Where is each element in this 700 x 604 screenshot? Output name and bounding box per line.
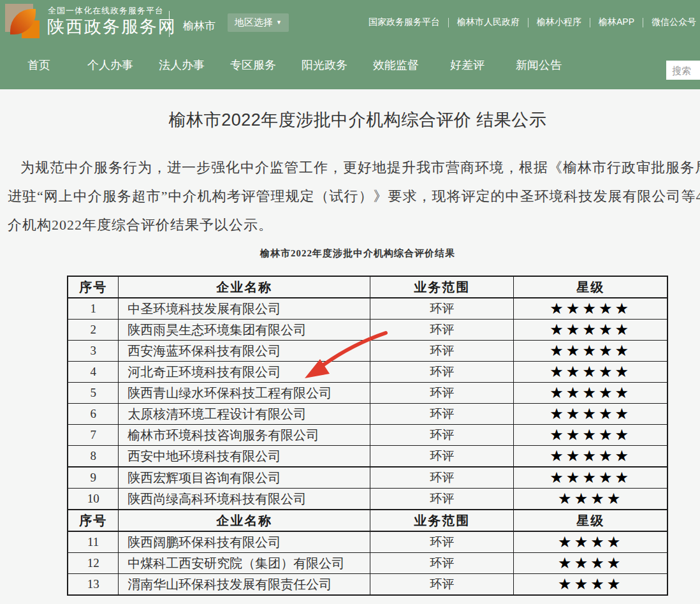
star-rating: ★★★★★ (514, 425, 667, 446)
site-name: 陕西政务服务网 (47, 15, 177, 38)
paragraph-line: 为规范中介服务行为，进一步强化中介监管工作，更好地提升我市营商环境，根据《榆林市… (8, 153, 700, 182)
table-row: 9 陕西宏辉项目咨询有限公司 环评 ★★★★★ (68, 467, 667, 489)
table-caption: 榆林市2022年度涉批中介机构综合评价结果 (0, 247, 700, 260)
star-rating: ★★★★★ (514, 298, 667, 320)
table-row: 6 太原核清环境工程设计有限公司 环评 ★★★★★ (68, 404, 667, 425)
business-scope: 环评 (370, 404, 514, 425)
top-link-mini-program[interactable]: 榆林小程序 (529, 17, 590, 28)
article: 榆林市2022年度涉批中介机构综合评价 结果公示 为规范中介服务行为，进一步强化… (0, 89, 700, 604)
company-name: 陕西宏辉项目咨询有限公司 (119, 467, 370, 489)
business-scope: 环评 (370, 425, 514, 446)
top-link-national-platform[interactable]: 国家政务服务平台 (368, 17, 448, 28)
company-name: 陕西尚绿高科环境科技有限公司 (119, 489, 370, 510)
header-cell-company: 企业名称 (119, 276, 370, 298)
nav-item-personal-affairs[interactable]: 个人办事 (75, 57, 146, 73)
nav-item-news[interactable]: 新闻公告 (503, 57, 574, 73)
row-number: 9 (68, 467, 119, 489)
region-selector-label: 地区选择 (235, 17, 273, 27)
table-row: 11 陕西阔鹏环保科技有限公司 环评 ★★★★ (68, 531, 667, 553)
row-number: 5 (68, 383, 119, 404)
star-rating: ★★★★★ (514, 341, 667, 362)
row-number: 2 (68, 320, 119, 341)
company-name: 中圣环境科技发展有限公司 (119, 298, 370, 320)
row-number: 12 (68, 553, 119, 574)
row-number: 7 (68, 425, 119, 446)
row-number: 11 (68, 531, 119, 553)
star-rating: ★★★★★ (514, 404, 667, 425)
row-number: 3 (68, 341, 119, 362)
paragraph-line: 进驻“网上中介服务超市”中介机构考评管理规定（试行）》要求，现将评定的中圣环境科… (8, 182, 700, 210)
company-name: 太原核清环境工程设计有限公司 (119, 404, 370, 425)
nav-item-efficiency-supervision[interactable]: 效能监督 (360, 57, 432, 73)
header-cell-no: 序号 (68, 276, 119, 298)
company-name: 陕西阔鹏环保科技有限公司 (119, 531, 370, 553)
brand-divider (169, 11, 170, 37)
nav-item-zone-services[interactable]: 专区服务 (217, 57, 289, 73)
page: 全国一体化在线政务服务平台 陕西政务服务网 榆林市 地区选择▼ 国家政务服务平台… (0, 0, 700, 604)
current-city: 榆林市 (183, 18, 215, 33)
nav-item-rating[interactable]: 好差评 (432, 57, 503, 73)
header-cell-scope: 业务范围 (370, 276, 514, 298)
table-row: 13 渭南华山环保科技发展有限责任公司 环评 ★★★★ (68, 574, 667, 596)
business-scope: 环评 (370, 298, 514, 320)
business-scope: 环评 (370, 446, 514, 468)
row-number: 10 (68, 489, 119, 510)
row-number: 1 (68, 298, 119, 320)
evaluation-table: 序号 企业名称 业务范围 星级 1 中圣环境科技发展有限公司 环评 ★★★★★ … (67, 276, 668, 596)
company-name: 渭南华山环保科技发展有限责任公司 (119, 574, 370, 596)
annotation-arrow-icon (281, 325, 395, 386)
table-header-row: 序号 企业名称 业务范围 星级 (68, 510, 667, 531)
article-paragraph: 为规范中介服务行为，进一步强化中介监管工作，更好地提升我市营商环境，根据《榆林市… (8, 153, 700, 239)
row-number: 4 (68, 362, 119, 383)
top-link-city-government[interactable]: 榆林市人民政府 (449, 17, 528, 28)
table-header-row: 序号 企业名称 业务范围 星级 (68, 276, 667, 298)
region-selector-button[interactable]: 地区选择▼ (228, 13, 289, 32)
business-scope: 环评 (370, 553, 514, 574)
main-nav: 首页 个人办事 法人办事 专区服务 阳光政务 效能监督 好差评 新闻公告 (3, 57, 574, 73)
top-link-wechat[interactable]: 微信公众号 (643, 17, 700, 28)
table-row: 8 西安中地环境科技有限公司 环评 ★★★★★ (68, 446, 667, 468)
row-number: 8 (68, 446, 119, 468)
header-cell-company: 企业名称 (119, 510, 370, 531)
site-header: 全国一体化在线政务服务平台 陕西政务服务网 榆林市 地区选择▼ 国家政务服务平台… (0, 0, 700, 89)
business-scope: 环评 (370, 574, 514, 596)
table-row: 12 中煤科工西安研究院（集团）有限公司 环评 ★★★★ (68, 553, 667, 574)
paragraph-line: 介机构2022年度综合评价结果予以公示。 (8, 210, 700, 239)
header-cell-stars: 星级 (514, 276, 667, 298)
table-row: 10 陕西尚绿高科环境科技有限公司 环评 ★★★★ (68, 489, 667, 510)
star-rating: ★★★★ (514, 489, 667, 510)
top-links: 国家政务服务平台 榆林市人民政府 榆林小程序 榆林APP 微信公众号 注册 (368, 17, 700, 28)
business-scope: 环评 (370, 531, 514, 553)
row-number: 6 (68, 404, 119, 425)
table-row: 1 中圣环境科技发展有限公司 环评 ★★★★★ (68, 298, 667, 320)
star-rating: ★★★★★ (514, 320, 667, 341)
star-rating: ★★★★★ (514, 467, 667, 489)
search-input[interactable] (666, 61, 700, 80)
star-rating: ★★★★★ (514, 383, 667, 404)
row-number: 13 (68, 574, 119, 596)
header-cell-no: 序号 (68, 510, 119, 531)
page-title: 榆林市2022年度涉批中介机构综合评价 结果公示 (0, 108, 700, 131)
chevron-down-icon: ▼ (276, 19, 282, 26)
table-row: 7 榆林市环境科技咨询服务有限公司 环评 ★★★★★ (68, 425, 667, 446)
nav-item-legal-person-affairs[interactable]: 法人办事 (146, 57, 217, 73)
star-rating: ★★★★ (514, 531, 667, 553)
business-scope: 环评 (370, 467, 514, 489)
top-link-app[interactable]: 榆林APP (590, 17, 643, 28)
company-name: 西安中地环境科技有限公司 (119, 446, 370, 468)
star-rating: ★★★★★ (514, 446, 667, 468)
company-name: 中煤科工西安研究院（集团）有限公司 (119, 553, 370, 574)
header-cell-scope: 业务范围 (370, 510, 514, 531)
business-scope: 环评 (370, 489, 514, 510)
header-cell-stars: 星级 (514, 510, 667, 531)
star-rating: ★★★★ (514, 574, 667, 596)
star-rating: ★★★★★ (514, 362, 667, 383)
nav-item-sunshine-government[interactable]: 阳光政务 (289, 57, 360, 73)
nav-item-home[interactable]: 首页 (3, 57, 75, 73)
company-name: 榆林市环境科技咨询服务有限公司 (119, 425, 370, 446)
site-logo[interactable] (5, 4, 40, 38)
star-rating: ★★★★ (514, 553, 667, 574)
